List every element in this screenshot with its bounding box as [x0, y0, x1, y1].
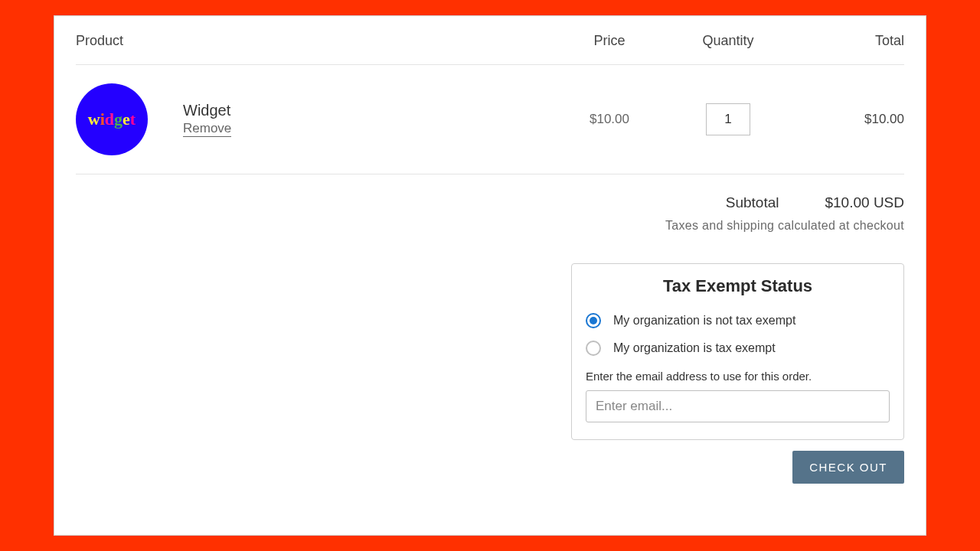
subtotal-line: Subtotal $10.00 USD — [76, 194, 904, 211]
product-name[interactable]: Widget — [183, 102, 552, 119]
subtotal-label: Subtotal — [726, 194, 779, 211]
summary-block: Subtotal $10.00 USD Taxes and shipping c… — [76, 194, 904, 233]
radio-not-exempt[interactable]: My organization is not tax exempt — [586, 307, 890, 334]
radio-unselected-icon — [586, 341, 601, 356]
item-total: $10.00 — [789, 112, 904, 127]
cart-page: Product Price Quantity Total widget Widg… — [54, 15, 926, 536]
product-name-block: Widget Remove — [183, 102, 552, 137]
tax-exempt-panel: Tax Exempt Status My organization is not… — [571, 263, 904, 440]
item-price: $10.00 — [552, 112, 667, 127]
radio-exempt[interactable]: My organization is tax exempt — [586, 334, 890, 362]
header-product: Product — [76, 33, 552, 49]
header-quantity: Quantity — [667, 33, 789, 49]
tax-shipping-note: Taxes and shipping calculated at checkou… — [76, 219, 904, 233]
radio-exempt-label: My organization is tax exempt — [613, 341, 776, 355]
cart-table: Product Price Quantity Total widget Widg… — [76, 33, 904, 174]
email-field[interactable] — [586, 390, 890, 422]
header-total: Total — [789, 33, 904, 49]
checkout-row: CHECK OUT — [76, 451, 904, 484]
table-row: widget Widget Remove $10.00 $10.00 — [76, 65, 904, 174]
radio-selected-icon — [586, 313, 601, 328]
quantity-input[interactable] — [706, 103, 750, 135]
subtotal-amount: $10.00 USD — [825, 194, 904, 211]
quantity-cell — [667, 103, 789, 135]
email-instruction: Enter the email address to use for this … — [586, 370, 890, 383]
remove-link[interactable]: Remove — [183, 121, 231, 137]
widget-logo-text: widget — [88, 109, 136, 129]
cart-header-row: Product Price Quantity Total — [76, 33, 904, 65]
header-price: Price — [552, 33, 667, 49]
checkout-button[interactable]: CHECK OUT — [792, 451, 904, 484]
tax-exempt-title: Tax Exempt Status — [586, 276, 890, 296]
radio-not-exempt-label: My organization is not tax exempt — [613, 314, 795, 328]
product-image[interactable]: widget — [76, 83, 148, 155]
